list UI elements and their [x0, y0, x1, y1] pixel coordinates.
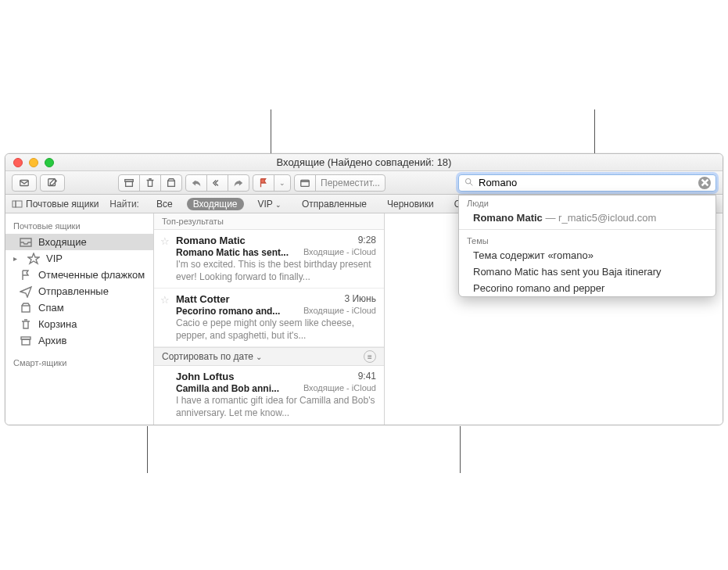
scope-inbox[interactable]: Входящие	[187, 198, 244, 210]
scope-all[interactable]: Все	[150, 198, 179, 210]
disclosure-icon[interactable]: ▸	[13, 254, 21, 263]
separator	[459, 229, 715, 230]
reply-button[interactable]	[185, 174, 207, 192]
svg-point-6	[465, 178, 471, 184]
suggestion-topic[interactable]: Romano Matic has sent you Baja itinerary	[459, 263, 715, 280]
message-list: Топ-результаты ☆ Romano Matic9:28 Romano…	[154, 213, 385, 425]
suggestions-people-header: Люди	[459, 195, 715, 210]
svg-rect-0	[20, 180, 29, 185]
message-sender: Romano Matic	[176, 235, 246, 246]
suggestion-person[interactable]: Romano Matic — r_matic5@icloud.com	[459, 210, 715, 226]
message-subject: Romano Matic has sent...	[176, 247, 289, 258]
message-sender: Matt Cotter	[176, 293, 230, 305]
sidebar-item-trash[interactable]: Корзина	[5, 316, 153, 332]
callout-line	[147, 426, 148, 473]
message-preview: I have a romantic gift idea for Camilla …	[176, 395, 376, 419]
mail-window: Входящие (Найдено совпадений: 18) ⌄ Пере…	[5, 153, 723, 425]
scope-vip[interactable]: VIP ⌄	[252, 198, 288, 210]
flag-group: ⌄	[253, 174, 291, 192]
flag-menu-button[interactable]: ⌄	[274, 174, 291, 192]
message-mailbox: Входящие - iCloud	[303, 247, 376, 258]
message-preview: I'm so excited. This is the best birthda…	[176, 259, 376, 283]
titlebar: Входящие (Найдено совпадений: 18)	[5, 154, 723, 171]
search-icon	[464, 177, 474, 189]
message-item[interactable]: ☆ Romano Matic9:28 Romano Matic has sent…	[154, 230, 384, 289]
svg-rect-8	[16, 201, 22, 207]
message-subject: Pecorino romano and...	[176, 306, 280, 317]
move-menu-button[interactable]: Переместит...	[315, 174, 386, 192]
compose-button[interactable]	[40, 174, 65, 192]
sidebar-item-sent[interactable]: Отправленные	[5, 283, 153, 299]
archive-group	[118, 174, 182, 192]
flag-icon	[20, 270, 32, 281]
suggestion-topic[interactable]: Pecorino romano and pepper	[459, 280, 715, 296]
message-mailbox: Входящие - iCloud	[303, 306, 376, 317]
reply-all-button[interactable]	[206, 174, 228, 192]
svg-rect-11	[22, 339, 30, 345]
message-subject: Camilla and Bob anni...	[176, 383, 279, 394]
message-preview: Cacio e pepe might only seem like cheese…	[176, 317, 376, 342]
junk-icon	[20, 303, 32, 314]
forward-button[interactable]	[228, 174, 249, 192]
svg-rect-4	[168, 181, 175, 186]
callout-line	[460, 426, 461, 473]
sidebar-item-flagged[interactable]: Отмеченные флажком	[5, 267, 153, 283]
reply-group	[185, 174, 249, 192]
trash-icon	[20, 319, 32, 330]
message-mailbox: Входящие - iCloud	[303, 383, 376, 394]
top-results-header: Топ-результаты	[154, 213, 384, 230]
archive-icon	[20, 335, 32, 346]
get-mail-button[interactable]	[12, 174, 37, 192]
sort-label: Сортировать по дате⌄	[162, 351, 262, 362]
flag-button[interactable]	[253, 174, 274, 192]
archive-button[interactable]	[118, 174, 140, 192]
scope-sent[interactable]: Отправленные	[296, 198, 373, 210]
filter-button[interactable]: ≡	[364, 350, 376, 363]
sidebar-item-archive[interactable]: Архив	[5, 332, 153, 349]
move-to-button[interactable]	[294, 174, 316, 192]
move-group: Переместит...	[294, 174, 386, 192]
sidebar-item-junk[interactable]: Спам	[5, 299, 153, 316]
vip-star-icon[interactable]: ☆	[160, 235, 170, 247]
message-item[interactable]: ☆ Matt Cotter3 Июнь Pecorino romano and.…	[154, 289, 384, 347]
vip-star-icon[interactable]: ☆	[160, 294, 170, 306]
paperplane-icon	[20, 286, 32, 297]
search-suggestions: Люди Romano Matic — r_matic5@icloud.com …	[458, 195, 716, 297]
search-field[interactable]	[458, 174, 716, 192]
sidebar: Почтовые ящики Входящие ▸ VIP Отмеченные…	[5, 213, 154, 425]
message-sender: John Loftus	[176, 371, 234, 382]
find-label: Найти:	[109, 199, 139, 210]
star-icon	[27, 253, 40, 264]
svg-rect-7	[13, 201, 16, 207]
message-time: 3 Июнь	[344, 293, 376, 305]
suggestions-topics-header: Темы	[459, 233, 715, 247]
clear-search-button[interactable]	[698, 177, 711, 189]
junk-button[interactable]	[160, 174, 182, 192]
window-title: Входящие (Найдено совпадений: 18)	[5, 156, 723, 168]
svg-rect-9	[22, 306, 30, 312]
sidebar-item-vip[interactable]: ▸ VIP	[5, 250, 153, 267]
sort-bar[interactable]: Сортировать по дате⌄ ≡	[154, 347, 384, 366]
toolbar: ⌄ Переместит...	[5, 171, 723, 195]
search-input[interactable]	[479, 177, 694, 188]
delete-button[interactable]	[139, 174, 161, 192]
mailboxes-toggle[interactable]: Почтовые ящики	[12, 199, 99, 210]
inbox-icon	[20, 237, 32, 248]
svg-rect-3	[126, 181, 133, 186]
sidebar-item-inbox[interactable]: Входящие	[5, 234, 153, 250]
search-container	[458, 174, 716, 192]
message-time: 9:28	[358, 235, 376, 246]
scope-drafts[interactable]: Черновики	[381, 198, 440, 210]
sidebar-section-mailboxes: Почтовые ящики	[5, 218, 153, 234]
sidebar-section-smart: Смарт-ящики	[5, 355, 153, 371]
suggestion-topic[interactable]: Тема содержит «romano»	[459, 247, 715, 263]
message-time: 9:41	[358, 371, 376, 382]
message-item[interactable]: John Loftus9:41 Camilla and Bob anni...В…	[154, 366, 384, 425]
